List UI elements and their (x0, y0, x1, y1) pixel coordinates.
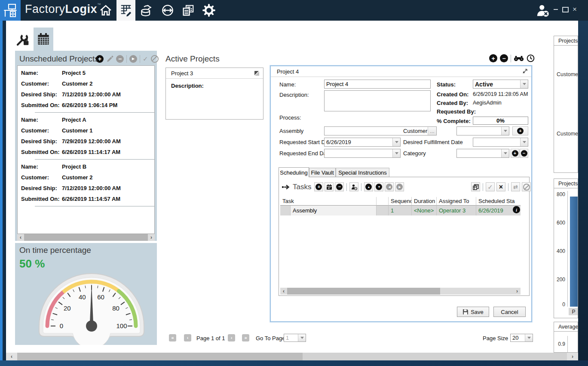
unscheduled-project-item[interactable]: Name:Project A Customer:Customer 1 Desir… (18, 113, 154, 160)
previous-page-button[interactable]: ‹ (184, 334, 191, 341)
detail-header[interactable]: Project 4 (271, 66, 531, 77)
go-to-page-dropdown[interactable]: 1 (284, 334, 306, 342)
add-project-button[interactable]: + (96, 55, 104, 63)
col-scheduled-start[interactable]: Scheduled Sta (476, 197, 521, 206)
cancel-label: Cancel (501, 309, 518, 315)
assign-operator-button[interactable] (349, 182, 358, 191)
binoculars-search-icon[interactable] (514, 55, 524, 62)
reject-task-button[interactable]: × (496, 182, 505, 191)
tab-scheduling[interactable]: Scheduling (279, 167, 309, 177)
nav-production-scheduling[interactable] (116, 0, 135, 21)
pin-collapse-icon[interactable] (522, 68, 528, 74)
history-clock-icon[interactable] (527, 54, 535, 62)
submitted-on-label: Submitted On: (21, 147, 62, 157)
nav-settings[interactable] (199, 0, 218, 21)
tab-special-instructions[interactable]: Special Instructions (336, 168, 389, 177)
page-size-dropdown[interactable]: 20 (510, 334, 533, 342)
remove-task-button[interactable]: − (335, 182, 344, 191)
tab-file-vault[interactable]: File Vault (309, 168, 336, 177)
scroll-left-arrow[interactable]: ‹ (280, 288, 287, 294)
move-task-right-button[interactable]: ▶ (395, 182, 404, 191)
scrollbar-thumb[interactable] (287, 288, 440, 295)
add-task-button[interactable]: + (314, 182, 323, 191)
col-assigned-to[interactable]: Assigned To (437, 197, 476, 206)
created-by-label: Created By: (437, 100, 468, 106)
task-info-button[interactable]: i (513, 206, 520, 213)
accept-icon[interactable]: ✓ (143, 55, 148, 63)
unscheduled-project-item[interactable]: Name:Project 5 Customer:Customer 2 Desir… (18, 66, 154, 113)
window-minimize-button[interactable] (551, 5, 560, 14)
window-maximize-button[interactable] (561, 5, 570, 14)
status-value: Active (473, 81, 520, 88)
save-button[interactable]: Save (457, 307, 489, 317)
col-task[interactable]: Task (280, 197, 377, 206)
scrollbar-track[interactable] (440, 288, 514, 295)
move-task-up-button[interactable]: ▲ (364, 182, 373, 191)
status-dropdown[interactable]: Active (473, 80, 528, 89)
expand-diagonal-icon[interactable] (254, 71, 260, 76)
col-sequence[interactable]: Sequence (389, 197, 412, 206)
customer-dropdown[interactable] (456, 126, 509, 135)
description-textarea[interactable] (324, 90, 431, 111)
shuffle-tasks-button[interactable]: ⇄ (511, 182, 520, 191)
copy-tasks-button[interactable] (471, 182, 480, 191)
page-size-label: Page Size (483, 335, 508, 341)
desired-fulfillment-date-dropdown[interactable] (473, 138, 528, 147)
task-cell[interactable]: Assembly (291, 206, 377, 215)
move-task-left-button[interactable]: ◀ (385, 182, 394, 191)
project-customer: Customer 2 (62, 78, 93, 89)
scroll-right-arrow[interactable]: › (514, 288, 521, 294)
clear-tasks-button[interactable] (522, 182, 531, 191)
move-task-down-button[interactable]: ▼ (374, 182, 383, 191)
add-category-button[interactable]: + (511, 149, 519, 158)
requested-end-date-dropdown[interactable] (324, 149, 401, 158)
scroll-left-arrow[interactable]: ‹ (6, 353, 17, 360)
promote-project-button[interactable]: ▶ (129, 55, 137, 63)
tab-tools-security[interactable] (13, 28, 33, 51)
tab-scheduling-calendar[interactable] (34, 28, 53, 51)
scrollbar-thumb[interactable] (24, 234, 148, 241)
add-scheduled-task-button[interactable] (325, 182, 334, 191)
add-customer-button[interactable]: + (512, 126, 528, 135)
customer-label: Customer: (21, 78, 62, 89)
duration-cell[interactable]: <None> (412, 206, 437, 215)
active-project-card[interactable]: Project 3 Description: (165, 68, 263, 120)
next-page-button[interactable]: › (228, 334, 235, 341)
nav-reports[interactable] (179, 0, 198, 21)
cancel-slash-icon[interactable] (151, 55, 159, 63)
scrollbar-track[interactable] (303, 353, 567, 360)
scroll-right-arrow[interactable]: › (567, 353, 578, 360)
scroll-right-arrow[interactable]: › (148, 234, 155, 240)
tasks-horizontal-scrollbar[interactable]: ‹ › (280, 288, 521, 295)
col-blank[interactable] (377, 197, 389, 206)
unscheduled-horizontal-scrollbar[interactable]: ‹ › (17, 234, 155, 241)
nav-transfers[interactable] (158, 0, 177, 21)
first-page-button[interactable]: « (169, 334, 176, 341)
nav-materials[interactable] (137, 0, 156, 21)
col-duration[interactable]: Duration (412, 197, 437, 206)
requested-start-date-dropdown[interactable]: 6/26/2019 (324, 138, 401, 147)
project-card-header[interactable]: Project 3 (166, 68, 263, 79)
edit-pencil-icon[interactable] (106, 55, 113, 63)
active-projects-title: Active Projects (165, 54, 220, 64)
created-on-value: 6/26/2019 11:28:05 AM (473, 91, 528, 97)
assigned-to-cell[interactable]: Operator 3 (437, 206, 476, 215)
remove-category-button[interactable]: − (520, 149, 528, 158)
category-dropdown[interactable] (456, 149, 509, 158)
browse-ellipsis-button[interactable]: … (428, 127, 436, 135)
name-input[interactable] (324, 80, 431, 89)
scroll-left-arrow[interactable]: ‹ (17, 234, 24, 240)
logout-button[interactable] (533, 0, 552, 21)
accept-task-button[interactable]: ✓ (486, 182, 495, 191)
cancel-button[interactable]: Cancel (493, 307, 526, 317)
unscheduled-project-item[interactable]: Name:Project B Customer:Customer 2 Desir… (18, 160, 154, 206)
last-page-button[interactable]: » (242, 334, 249, 341)
scrollbar-thumb[interactable] (17, 353, 303, 360)
nav-home[interactable] (96, 0, 115, 21)
add-active-project-button[interactable]: + (489, 54, 497, 62)
window-close-button[interactable]: × (570, 5, 579, 14)
main-horizontal-scrollbar[interactable]: ‹ › (6, 353, 578, 360)
remove-active-project-button[interactable]: − (500, 54, 508, 62)
sequence-cell[interactable]: 1 (389, 206, 412, 215)
remove-project-button[interactable]: − (116, 55, 124, 63)
